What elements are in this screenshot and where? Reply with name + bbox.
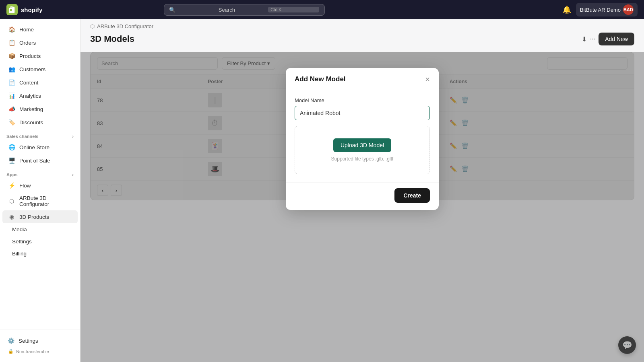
account-menu[interactable]: BitBute AR Demo BAD	[576, 3, 638, 16]
shopify-logo-icon	[6, 4, 18, 15]
sidebar-item-content-label: Content	[19, 80, 38, 86]
lock-icon: 🔒	[8, 349, 14, 354]
sidebar-item-marketing[interactable]: 📣 Marketing	[2, 103, 78, 115]
sidebar-item-products-label: Products	[19, 53, 41, 59]
products-icon: 📦	[8, 52, 15, 60]
sidebar-item-orders[interactable]: 📋 Orders	[2, 36, 78, 49]
sales-channels-section-header: Sales channels ›	[0, 129, 80, 140]
sidebar-item-content[interactable]: 📄 Content	[2, 76, 78, 89]
sidebar-item-online-store[interactable]: 🌐 Online Store	[2, 141, 78, 154]
add-new-model-modal: Add New Model × Model Name Upload 3D Mod…	[286, 68, 439, 210]
breadcrumb-text: ARBute 3D Configurator	[97, 23, 153, 29]
apps-section-header: Apps ›	[0, 167, 80, 179]
main-content: ⬡ ARBute 3D Configurator 3D Models ⬇ ···…	[80, 19, 644, 362]
sidebar-item-3d-products[interactable]: ◉ 3D Products	[2, 210, 78, 223]
sidebar-item-billing[interactable]: Billing	[2, 248, 78, 259]
sidebar-item-customers[interactable]: 👥 Customers	[2, 63, 78, 76]
sidebar-item-media[interactable]: Media	[2, 224, 78, 235]
sidebar-item-3d-products-label: 3D Products	[19, 214, 49, 220]
create-button[interactable]: Create	[394, 188, 430, 203]
sidebar-item-billing-label: Billing	[12, 251, 27, 257]
sidebar-item-analytics[interactable]: 📊 Analytics	[2, 89, 78, 102]
sidebar-item-home-label: Home	[19, 27, 34, 33]
sidebar-item-media-label: Media	[12, 226, 27, 232]
sidebar-item-flow-label: Flow	[19, 183, 31, 189]
sidebar-settings-label: Settings	[19, 338, 38, 344]
sidebar-footer: ⚙️ Settings 🔒 Non-transferable	[0, 329, 80, 362]
content-area: Filter By Product ▾ Id Poster Actions	[80, 52, 644, 362]
sidebar-item-settings-sub-label: Settings	[12, 239, 32, 245]
page-header: 3D Models ⬇ ··· Add New	[80, 29, 644, 52]
sidebar-item-arbute-configurator[interactable]: ⬡ ARBute 3D Configurator	[2, 192, 78, 210]
sales-channels-expand-icon[interactable]: ›	[72, 134, 74, 139]
account-avatar: BAD	[623, 4, 634, 15]
flow-icon: ⚡	[8, 182, 15, 189]
logo[interactable]: shopify	[6, 4, 42, 15]
discounts-icon: 🏷️	[8, 119, 15, 126]
account-name: BitBute AR Demo	[580, 7, 621, 13]
notification-button[interactable]: 🔔	[562, 5, 571, 14]
download-icon[interactable]: ⬇	[582, 35, 587, 43]
point-of-sale-icon: 🖥️	[8, 157, 15, 164]
modal-header: Add New Model ×	[286, 68, 439, 89]
non-transferable-label: 🔒 Non-transferable	[2, 346, 78, 358]
search-placeholder-text: Search	[219, 7, 265, 13]
topbar: shopify 🔍 Search Ctrl K 🔔 BitBute AR Dem…	[0, 0, 644, 19]
search-box[interactable]: 🔍 Search Ctrl K	[164, 4, 325, 16]
more-options-icon[interactable]: ···	[590, 35, 595, 43]
apps-expand-icon[interactable]: ›	[72, 172, 74, 177]
sidebar-item-products[interactable]: 📦 Products	[2, 49, 78, 62]
analytics-icon: 📊	[8, 92, 15, 99]
search-bar[interactable]: 🔍 Search Ctrl K	[164, 4, 325, 16]
orders-icon: 📋	[8, 39, 15, 46]
content-icon: 📄	[8, 79, 15, 86]
sidebar-item-arbute-label: ARBute 3D Configurator	[19, 195, 72, 207]
sidebar-item-point-of-sale-label: Point of Sale	[19, 158, 50, 164]
logo-text: shopify	[21, 6, 42, 13]
page-title: 3D Models	[90, 34, 134, 44]
home-icon: 🏠	[8, 26, 15, 33]
upload-area: Upload 3D Model Supported file types .gl…	[295, 126, 430, 174]
online-store-icon: 🌐	[8, 144, 15, 151]
breadcrumb-icon: ⬡	[90, 23, 95, 29]
upload-3d-model-button[interactable]: Upload 3D Model	[333, 138, 391, 152]
sidebar-item-online-store-label: Online Store	[19, 144, 50, 150]
search-shortcut: Ctrl K	[268, 7, 319, 12]
topbar-right: 🔔 BitBute AR Demo BAD	[562, 3, 638, 16]
modal-body: Model Name Upload 3D Model Supported fil…	[286, 89, 439, 182]
sidebar-item-orders-label: Orders	[19, 40, 36, 46]
marketing-icon: 📣	[8, 105, 15, 113]
sidebar-nav: 🏠 Home 📋 Orders 📦 Products 👥 Customers 📄…	[0, 19, 80, 329]
sidebar-item-home[interactable]: 🏠 Home	[2, 23, 78, 36]
layout: 🏠 Home 📋 Orders 📦 Products 👥 Customers 📄…	[0, 19, 644, 362]
customers-icon: 👥	[8, 66, 15, 73]
sidebar-item-settings[interactable]: ⚙️ Settings	[5, 334, 75, 346]
sidebar-item-flow[interactable]: ⚡ Flow	[2, 179, 78, 192]
sidebar-item-point-of-sale[interactable]: 🖥️ Point of Sale	[2, 154, 78, 167]
modal-overlay: Add New Model × Model Name Upload 3D Mod…	[80, 52, 644, 362]
settings-icon: ⚙️	[7, 337, 14, 344]
sidebar-item-analytics-label: Analytics	[19, 93, 41, 99]
sidebar-item-customers-label: Customers	[19, 66, 45, 72]
modal-title: Add New Model	[295, 75, 346, 83]
add-new-button[interactable]: Add New	[599, 33, 634, 45]
sidebar-item-discounts-label: Discounts	[19, 119, 43, 125]
sidebar: 🏠 Home 📋 Orders 📦 Products 👥 Customers 📄…	[0, 19, 80, 362]
modal-close-button[interactable]: ×	[425, 75, 430, 83]
3d-products-icon: ◉	[8, 213, 15, 220]
sidebar-item-discounts[interactable]: 🏷️ Discounts	[2, 116, 78, 129]
model-name-label: Model Name	[295, 97, 430, 103]
arbute-icon: ⬡	[8, 197, 15, 205]
modal-footer: Create	[286, 182, 439, 210]
sidebar-item-marketing-label: Marketing	[19, 106, 43, 112]
breadcrumb: ⬡ ARBute 3D Configurator	[80, 19, 644, 29]
sidebar-item-settings-sub[interactable]: Settings	[2, 236, 78, 247]
upload-hint: Supported file types .glb, .gltf	[331, 156, 394, 162]
model-name-input[interactable]	[295, 106, 430, 120]
